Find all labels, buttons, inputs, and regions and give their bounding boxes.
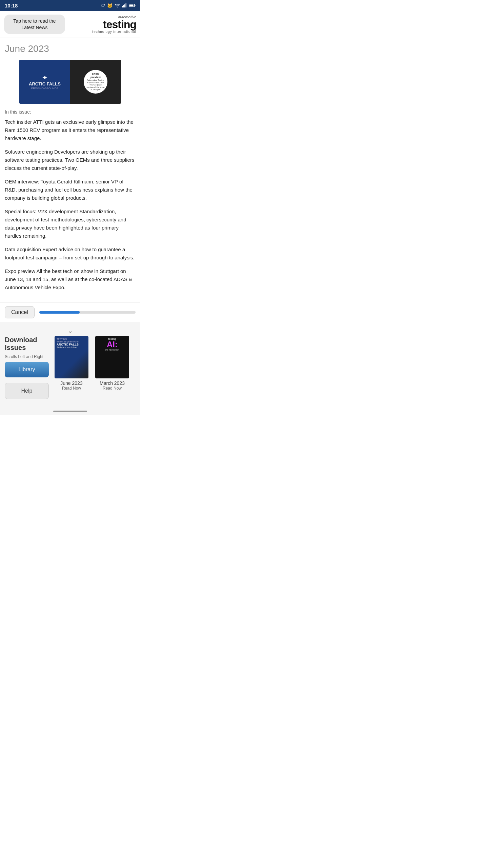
- wifi-icon: [115, 3, 120, 7]
- download-hint: Scrolls Left and Right: [5, 354, 49, 359]
- issue-card-march[interactable]: testing AI: the revolution March 2023 Re…: [94, 336, 131, 391]
- paragraph-4: Special focus: V2X development Standardi…: [5, 208, 136, 240]
- progress-bar-fill: [39, 311, 80, 314]
- issue-title: June 2023: [5, 43, 136, 54]
- svg-rect-1: [123, 5, 124, 7]
- news-button[interactable]: Tap here to read the Latest News: [4, 15, 65, 34]
- issue-action-march: Read Now: [103, 386, 122, 391]
- issue-thumb-march: testing AI: the revolution: [95, 336, 129, 378]
- issue-name-march: March 2023: [100, 380, 125, 386]
- svg-rect-2: [124, 4, 125, 7]
- show-preview-text: Showpreview: [90, 72, 101, 79]
- cover-image: ✦ ARCTIC FALLS PROVING GROUNDS Showprevi…: [5, 60, 136, 104]
- cancel-button[interactable]: Cancel: [5, 306, 35, 318]
- library-button[interactable]: Library: [5, 362, 49, 377]
- logo-area: automotive testing technology internatio…: [92, 15, 136, 34]
- svg-rect-0: [122, 6, 123, 7]
- issue-card-june[interactable]: testing Winter all year round ARCTIC FAL…: [53, 336, 90, 391]
- paragraph-1: Tech insider ATTI gets an exclusive earl…: [5, 118, 136, 142]
- battery-icon: [129, 3, 136, 7]
- star-icon: ✦: [42, 74, 48, 82]
- signal-icon: [122, 3, 127, 7]
- cat-icon: 🐱: [107, 3, 113, 8]
- issue-intro-label: In this issue:: [5, 109, 136, 115]
- main-content: June 2023 ✦ ARCTIC FALLS PROVING GROUNDS…: [0, 38, 140, 302]
- cover-box: ✦ ARCTIC FALLS PROVING GROUNDS Showprevi…: [19, 60, 121, 104]
- svg-rect-5: [135, 5, 136, 6]
- issue-card-nov[interactable]: testing TRACK A Global Leader in Cold Cl…: [134, 336, 136, 391]
- header: Tap here to read the Latest News automot…: [0, 11, 140, 38]
- svg-rect-6: [129, 5, 134, 6]
- action-bar: Cancel: [0, 302, 140, 322]
- arrow-down-icon: ⌄: [5, 327, 136, 335]
- issue-name-june: June 2023: [60, 380, 82, 386]
- paragraph-5: Data acquisition Expert advice on how to…: [5, 245, 136, 262]
- shield-icon: 🛡: [101, 3, 105, 8]
- paragraph-2: Software engineering Developers are shak…: [5, 148, 136, 172]
- cover-right: Showpreview Automotive Testing Expo Euro…: [70, 60, 121, 104]
- paragraph-6: Expo preview All the best tech on show i…: [5, 267, 136, 292]
- logo-main: testing: [103, 19, 136, 30]
- cover-left-sub: PROVING GROUNDS: [31, 87, 58, 90]
- download-title: Download Issues: [5, 336, 49, 352]
- issue-content: Tech insider ATTI gets an exclusive earl…: [5, 118, 136, 292]
- progress-bar-background: [39, 311, 136, 314]
- logo-sub: technology international: [92, 30, 136, 34]
- cover-left-title: ARCTIC FALLS: [29, 82, 61, 86]
- issue-thumb-june: testing Winter all year round ARCTIC FAL…: [55, 336, 88, 378]
- show-preview-sub: Automotive Testing Expo Europe 2023 Your…: [86, 79, 105, 91]
- download-header: Download Issues Scrolls Left and Right L…: [5, 336, 136, 399]
- download-section: ⌄ Download Issues Scrolls Left and Right…: [0, 322, 140, 408]
- status-time: 10:18: [5, 3, 18, 8]
- issue-action-june: Read Now: [62, 386, 81, 391]
- help-button[interactable]: Help: [5, 383, 49, 399]
- bottom-bar: [0, 408, 140, 415]
- paragraph-3: OEM interview: Toyota Gerald Killmann, s…: [5, 178, 136, 202]
- home-indicator: [53, 411, 87, 412]
- status-bar: 10:18 🛡 🐱: [0, 0, 140, 11]
- show-preview-badge: Showpreview Automotive Testing Expo Euro…: [84, 70, 107, 94]
- svg-rect-3: [126, 3, 127, 7]
- cover-left: ✦ ARCTIC FALLS PROVING GROUNDS: [19, 60, 70, 104]
- download-left: Download Issues Scrolls Left and Right L…: [5, 336, 49, 399]
- status-icons: 🛡 🐱: [101, 3, 136, 8]
- issues-row: testing Winter all year round ARCTIC FAL…: [53, 336, 136, 393]
